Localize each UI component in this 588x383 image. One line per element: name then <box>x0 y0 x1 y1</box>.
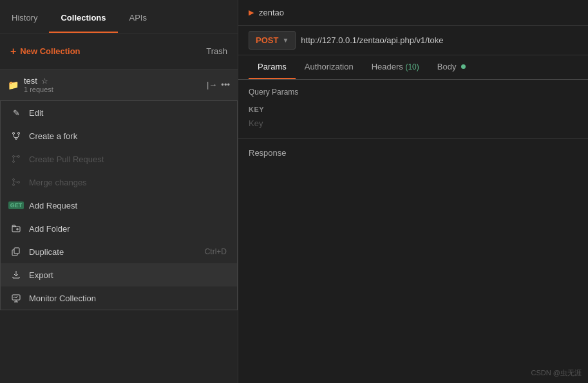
svg-point-8 <box>18 182 20 183</box>
svg-rect-11 <box>14 248 19 254</box>
menu-item-fork[interactable]: Create a fork <box>1 124 237 147</box>
zentao-label: zentao <box>259 8 284 17</box>
menu-item-add-request-label: Add Request <box>29 201 77 210</box>
collapse-icon[interactable]: |→ <box>207 80 217 89</box>
svg-point-5 <box>13 156 15 158</box>
menu-item-merge-label: Merge changes <box>29 178 87 187</box>
request-tabs-row: Params Authorization Headers (10) Body <box>238 55 588 80</box>
pull-request-icon <box>11 154 21 164</box>
collection-sub-text: 1 request <box>24 86 202 93</box>
plus-icon: + <box>10 46 16 57</box>
star-icon[interactable]: ☆ <box>41 77 48 86</box>
context-menu: ✎ Edit Create a fork <box>0 100 238 310</box>
right-panel: ▶ zentao POST ▼ Params Authorization Hea… <box>238 0 588 383</box>
collection-name: test ☆ <box>24 76 202 86</box>
menu-item-edit[interactable]: ✎ Edit <box>1 101 237 124</box>
svg-point-6 <box>13 179 15 181</box>
export-icon <box>11 270 21 280</box>
tab-history[interactable]: History <box>0 4 49 33</box>
svg-point-3 <box>13 161 15 163</box>
new-collection-button[interactable]: + New Collection <box>10 46 81 57</box>
edit-icon: ✎ <box>11 107 21 118</box>
svg-point-1 <box>18 133 20 135</box>
key-input-row: Key <box>249 116 578 131</box>
headers-count-badge: (10) <box>405 62 419 71</box>
expand-icon[interactable]: ▶ <box>249 8 254 17</box>
url-input[interactable] <box>301 35 578 45</box>
duplicate-shortcut: Ctrl+D <box>205 247 227 256</box>
url-row: POST ▼ <box>238 26 588 55</box>
tab-authorization[interactable]: Authorization <box>296 55 363 79</box>
trash-button[interactable]: Trash <box>206 46 227 56</box>
headers-label: Headers <box>372 62 403 71</box>
left-panel: History Collections APIs + New Collectio… <box>0 0 238 383</box>
menu-item-pull-request: Create Pull Request <box>1 147 237 171</box>
top-tabs: History Collections APIs <box>0 0 238 33</box>
tab-collections[interactable]: Collections <box>49 4 117 33</box>
watermark: CSDN @虫无涯 <box>531 368 582 378</box>
collection-actions: |→ ••• <box>207 80 230 89</box>
menu-item-edit-label: Edit <box>29 108 43 118</box>
tab-apis[interactable]: APIs <box>118 4 158 33</box>
svg-point-7 <box>13 184 15 186</box>
menu-item-add-folder-label: Add Folder <box>29 224 70 234</box>
body-label: Body <box>437 62 457 71</box>
key-column-header: KEY <box>249 106 578 113</box>
tab-headers[interactable]: Headers (10) <box>363 55 428 79</box>
new-collection-label: New Collection <box>20 46 80 56</box>
zentao-bar: ▶ zentao <box>238 0 588 26</box>
new-collection-row: + New Collection Trash <box>0 33 238 70</box>
menu-item-merge: Merge changes <box>1 171 237 194</box>
method-select[interactable]: POST ▼ <box>249 31 296 50</box>
collection-folder-icon: 📁 <box>8 80 19 90</box>
collection-name-text: test <box>24 76 37 86</box>
get-icon: GET <box>11 200 21 210</box>
menu-item-pull-request-label: Create Pull Request <box>29 154 104 164</box>
menu-item-export[interactable]: Export <box>1 263 237 286</box>
duplicate-icon <box>11 247 21 257</box>
menu-item-fork-label: Create a fork <box>29 131 77 141</box>
tab-body[interactable]: Body <box>428 55 475 79</box>
menu-item-duplicate[interactable]: Duplicate Ctrl+D <box>1 240 237 263</box>
menu-item-monitor-label: Monitor Collection <box>29 294 96 303</box>
menu-item-export-label: Export <box>29 270 53 280</box>
more-options-icon[interactable]: ••• <box>221 80 230 89</box>
key-input-placeholder: Key <box>249 118 578 128</box>
method-label: POST <box>256 35 278 45</box>
body-active-dot <box>461 64 466 69</box>
collection-info: test ☆ 1 request <box>24 76 202 93</box>
svg-rect-12 <box>12 295 20 300</box>
response-section: Response <box>238 139 588 167</box>
collection-item: 📁 test ☆ 1 request |→ ••• <box>0 70 238 100</box>
add-folder-icon <box>11 223 21 234</box>
response-label: Response <box>249 148 287 158</box>
menu-item-add-request[interactable]: GET Add Request <box>1 194 237 217</box>
menu-item-monitor[interactable]: Monitor Collection <box>1 286 237 310</box>
method-dropdown-icon: ▼ <box>282 37 289 44</box>
fork-icon <box>11 131 21 141</box>
tab-params[interactable]: Params <box>249 55 296 79</box>
query-params-section: Query Params KEY Key <box>238 80 588 139</box>
menu-item-duplicate-label: Duplicate <box>29 247 64 257</box>
merge-icon <box>11 177 21 187</box>
monitor-icon <box>11 293 21 303</box>
table-header: KEY <box>249 103 578 116</box>
query-params-title: Query Params <box>249 88 578 97</box>
menu-item-add-folder[interactable]: Add Folder <box>1 217 237 240</box>
svg-point-0 <box>13 133 15 135</box>
